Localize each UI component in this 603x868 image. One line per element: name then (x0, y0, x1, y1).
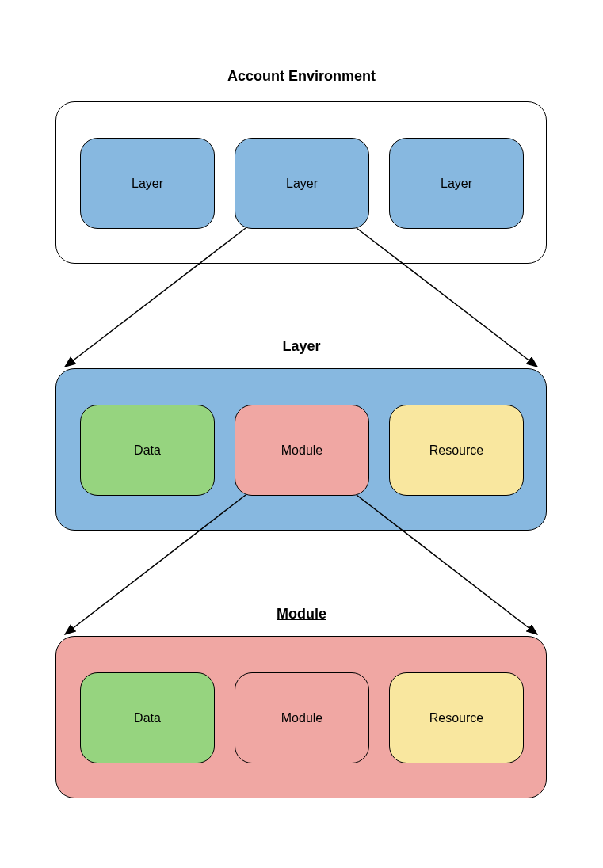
box-resource: Resource (389, 405, 524, 496)
box-layer-1: Layer (80, 138, 215, 229)
box-label: Layer (132, 177, 163, 191)
title-module: Module (0, 606, 603, 622)
container-layer: Data Module Resource (55, 368, 547, 531)
box-label: Module (281, 444, 322, 458)
box-label: Data (134, 711, 161, 725)
box-data: Data (80, 405, 215, 496)
box-data-2: Data (80, 672, 215, 763)
container-module: Data Module Resource (55, 636, 547, 798)
title-layer: Layer (0, 338, 603, 355)
box-module: Module (235, 405, 369, 496)
container-account-environment: Layer Layer Layer (55, 101, 547, 264)
box-layer-2: Layer (235, 138, 369, 229)
box-layer-3: Layer (389, 138, 524, 229)
box-label: Layer (286, 177, 318, 191)
box-label: Resource (429, 444, 483, 458)
box-label: Resource (429, 711, 483, 725)
box-label: Module (281, 711, 322, 725)
box-label: Data (134, 444, 161, 458)
title-account-environment: Account Environment (0, 68, 603, 85)
box-module-2: Module (235, 672, 369, 763)
box-resource-2: Resource (389, 672, 524, 763)
box-label: Layer (441, 177, 472, 191)
